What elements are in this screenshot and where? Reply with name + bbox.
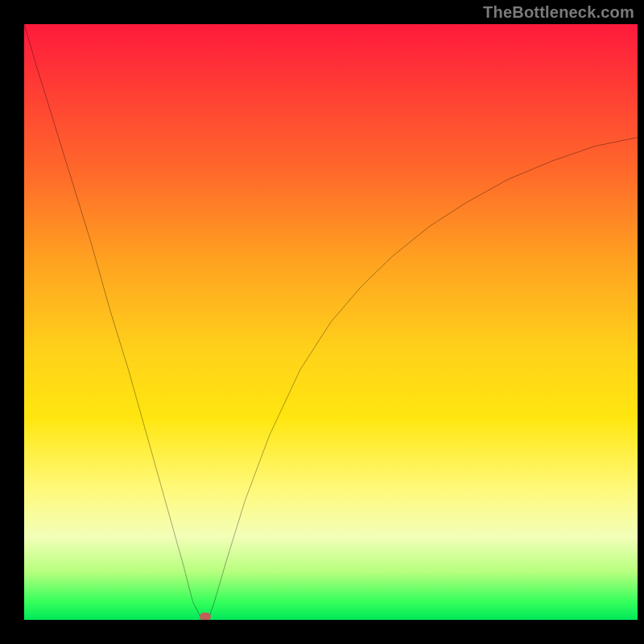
minimum-marker bbox=[200, 613, 211, 620]
chart-plot-area bbox=[24, 24, 638, 620]
watermark-label: TheBottleneck.com bbox=[483, 3, 634, 22]
bottleneck-curve bbox=[24, 24, 638, 620]
chart-frame: TheBottleneck.com bbox=[0, 0, 644, 644]
